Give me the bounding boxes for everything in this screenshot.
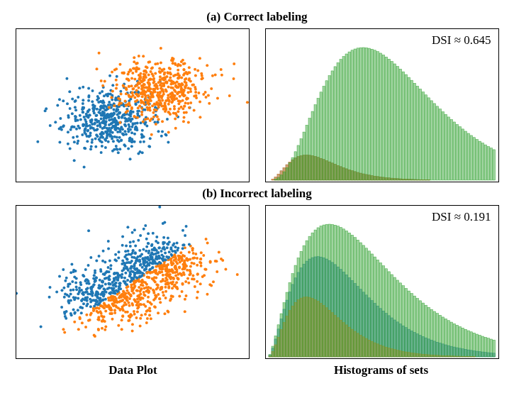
svg-point-1530 bbox=[148, 309, 151, 312]
svg-point-969 bbox=[179, 85, 182, 88]
svg-rect-1170 bbox=[439, 109, 442, 180]
svg-point-680 bbox=[103, 79, 106, 82]
svg-point-401 bbox=[109, 118, 112, 121]
svg-point-2035 bbox=[130, 255, 133, 258]
svg-rect-1171 bbox=[442, 112, 445, 180]
svg-point-468 bbox=[133, 122, 136, 125]
svg-point-1680 bbox=[136, 306, 139, 309]
svg-rect-2360 bbox=[317, 228, 320, 357]
svg-point-918 bbox=[156, 103, 159, 106]
svg-point-1653 bbox=[97, 297, 100, 300]
svg-rect-2389 bbox=[399, 283, 402, 357]
svg-point-855 bbox=[152, 80, 155, 83]
svg-point-497 bbox=[104, 109, 107, 111]
svg-point-1549 bbox=[86, 264, 89, 267]
svg-point-1684 bbox=[113, 290, 116, 293]
svg-point-1259 bbox=[86, 303, 89, 306]
svg-point-1672 bbox=[101, 284, 104, 287]
svg-point-1819 bbox=[199, 258, 201, 260]
svg-point-1393 bbox=[110, 312, 113, 315]
svg-rect-2345 bbox=[274, 336, 277, 357]
svg-rect-2382 bbox=[379, 262, 382, 357]
svg-point-449 bbox=[91, 107, 94, 110]
svg-point-591 bbox=[156, 87, 159, 90]
svg-point-2188 bbox=[157, 293, 160, 296]
svg-point-2142 bbox=[143, 293, 145, 296]
svg-point-1662 bbox=[107, 270, 110, 273]
col-label-right: Histograms of sets bbox=[265, 363, 498, 377]
svg-point-442 bbox=[48, 124, 51, 127]
svg-point-1808 bbox=[128, 241, 131, 243]
svg-point-2005 bbox=[131, 288, 134, 291]
svg-point-658 bbox=[113, 68, 116, 71]
svg-point-438 bbox=[108, 135, 111, 138]
svg-point-2099 bbox=[160, 286, 163, 289]
svg-point-410 bbox=[87, 109, 90, 111]
svg-point-486 bbox=[128, 111, 131, 114]
svg-point-893 bbox=[189, 87, 191, 90]
svg-rect-1116 bbox=[286, 167, 289, 180]
svg-point-427 bbox=[101, 113, 104, 116]
svg-point-475 bbox=[93, 129, 96, 132]
svg-point-2042 bbox=[142, 262, 145, 265]
svg-point-406 bbox=[81, 106, 84, 109]
svg-point-750 bbox=[175, 97, 178, 100]
svg-point-974 bbox=[170, 97, 173, 100]
svg-point-1284 bbox=[113, 309, 116, 311]
svg-point-811 bbox=[114, 79, 117, 82]
svg-point-404 bbox=[106, 128, 109, 131]
svg-point-667 bbox=[152, 116, 155, 118]
svg-point-717 bbox=[167, 131, 169, 133]
svg-point-463 bbox=[117, 140, 120, 143]
svg-point-892 bbox=[154, 72, 157, 74]
svg-point-2059 bbox=[160, 270, 163, 273]
figure: (a) Correct labeling DSI ≈ 0.645 (b) Inc… bbox=[7, 10, 507, 377]
svg-point-1487 bbox=[89, 287, 92, 290]
svg-point-908 bbox=[160, 96, 163, 99]
svg-point-327 bbox=[156, 121, 159, 123]
svg-point-362 bbox=[98, 92, 101, 94]
svg-point-372 bbox=[128, 126, 130, 128]
svg-point-443 bbox=[69, 128, 72, 131]
svg-point-380 bbox=[61, 126, 64, 128]
svg-point-462 bbox=[70, 126, 73, 128]
svg-point-2121 bbox=[106, 240, 109, 243]
svg-point-433 bbox=[130, 118, 133, 121]
svg-rect-1112 bbox=[274, 179, 277, 180]
svg-point-837 bbox=[159, 62, 162, 65]
svg-point-2112 bbox=[151, 260, 154, 262]
svg-point-650 bbox=[111, 90, 113, 93]
svg-point-1822 bbox=[196, 264, 199, 267]
svg-point-1222 bbox=[65, 277, 67, 280]
svg-point-434 bbox=[91, 89, 94, 92]
svg-point-137 bbox=[118, 148, 121, 150]
svg-rect-1141 bbox=[357, 48, 359, 180]
svg-rect-2421 bbox=[490, 339, 493, 357]
svg-point-2006 bbox=[149, 256, 152, 259]
svg-point-938 bbox=[206, 64, 208, 67]
svg-point-186 bbox=[124, 125, 127, 128]
svg-rect-1147 bbox=[374, 50, 376, 180]
svg-point-1790 bbox=[101, 250, 104, 253]
svg-rect-2405 bbox=[445, 319, 447, 357]
svg-point-1953 bbox=[162, 294, 164, 297]
svg-point-802 bbox=[147, 61, 150, 64]
svg-point-746 bbox=[213, 73, 216, 76]
svg-point-421 bbox=[118, 131, 121, 133]
svg-rect-2370 bbox=[345, 231, 348, 357]
svg-point-2084 bbox=[159, 288, 162, 291]
svg-point-508 bbox=[211, 74, 213, 77]
svg-rect-2355 bbox=[303, 245, 306, 357]
svg-rect-1159 bbox=[408, 77, 410, 180]
svg-point-1572 bbox=[112, 284, 115, 287]
svg-point-604 bbox=[168, 108, 171, 111]
svg-rect-1164 bbox=[422, 92, 425, 180]
svg-point-2139 bbox=[145, 267, 147, 270]
svg-point-1529 bbox=[128, 297, 130, 300]
svg-point-223 bbox=[62, 99, 65, 102]
svg-point-762 bbox=[171, 62, 174, 65]
svg-point-1373 bbox=[63, 331, 66, 333]
svg-point-2080 bbox=[135, 289, 138, 292]
svg-point-2110 bbox=[155, 272, 158, 275]
svg-point-2167 bbox=[137, 239, 140, 242]
